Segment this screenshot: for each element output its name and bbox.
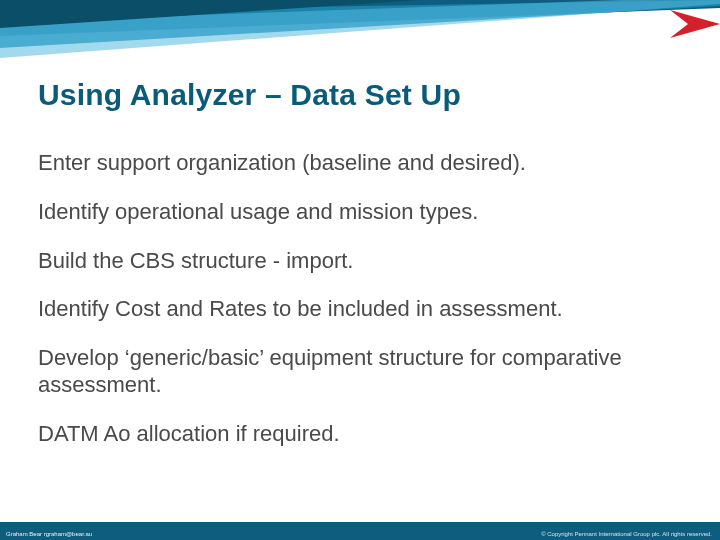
bullet-item: Identify operational usage and mission t… bbox=[38, 199, 678, 226]
bullet-item: Build the CBS structure - import. bbox=[38, 248, 678, 275]
footer-copyright: © Copyright Pennant International Group … bbox=[541, 531, 712, 537]
footer-author: Graham Bear rgraham@bear.au bbox=[6, 531, 92, 537]
svg-marker-3 bbox=[0, 0, 420, 28]
svg-marker-2 bbox=[0, 0, 720, 58]
svg-marker-4 bbox=[670, 10, 720, 38]
bullet-item: Identify Cost and Rates to be included i… bbox=[38, 296, 678, 323]
svg-marker-1 bbox=[0, 0, 720, 48]
slide-body: Enter support organization (baseline and… bbox=[38, 150, 678, 470]
bullet-item: Enter support organization (baseline and… bbox=[38, 150, 678, 177]
footer-bar: Graham Bear rgraham@bear.au © Copyright … bbox=[0, 522, 720, 540]
bullet-item: DATM Ao allocation if required. bbox=[38, 421, 678, 448]
slide-title: Using Analyzer – Data Set Up bbox=[38, 78, 461, 112]
bullet-item: Develop ‘generic/basic’ equipment struct… bbox=[38, 345, 678, 399]
header-banner bbox=[0, 0, 720, 80]
svg-marker-0 bbox=[0, 0, 720, 36]
